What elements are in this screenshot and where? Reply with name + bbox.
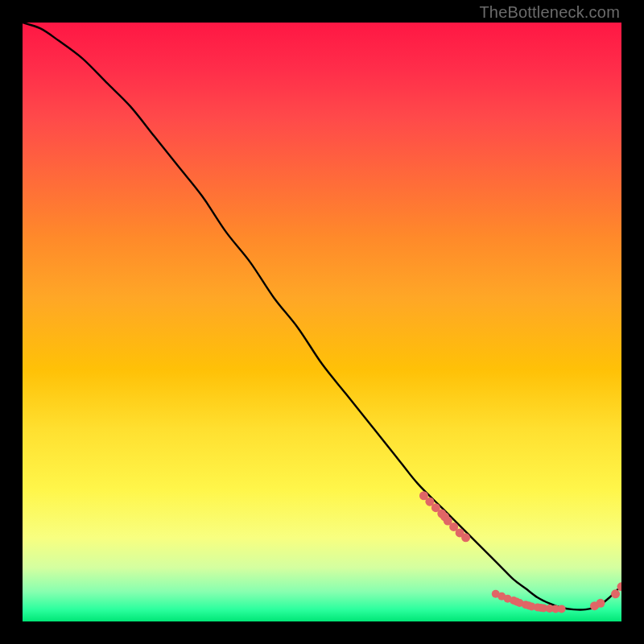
chart-svg <box>23 23 621 621</box>
attribution-text: TheBottleneck.com <box>479 3 620 22</box>
data-marker <box>596 599 605 608</box>
gradient-plot-area <box>23 23 621 621</box>
data-marker <box>558 605 566 613</box>
data-marker <box>611 589 620 598</box>
data-markers <box>419 491 621 613</box>
data-marker <box>461 533 470 542</box>
bottleneck-curve <box>23 23 621 609</box>
chart-frame: TheBottleneck.com <box>0 0 644 644</box>
